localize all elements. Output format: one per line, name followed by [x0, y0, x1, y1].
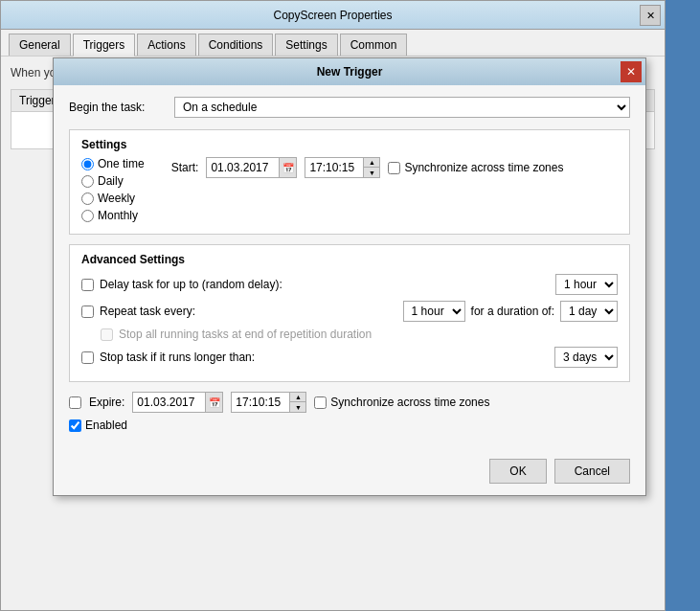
start-date-field[interactable] [207, 159, 279, 176]
sync-timezone-label: Synchronize across time zones [404, 161, 563, 174]
dialog-title-bar: New Trigger ✕ [54, 58, 645, 85]
expire-time-input: ▲ ▼ [231, 392, 306, 413]
expire-time-field[interactable] [232, 394, 289, 411]
enabled-checkbox[interactable] [69, 419, 81, 432]
dialog-title: New Trigger [317, 65, 383, 79]
settings-label: Settings [81, 138, 618, 151]
title-bar: CopyScreen Properties ✕ [1, 1, 665, 30]
repeat-task-checkbox[interactable] [81, 306, 94, 318]
expire-row: Expire: 📅 ▲ ▼ Synchronize across time zo… [69, 392, 630, 413]
advanced-label: Advanced Settings [81, 253, 618, 266]
repeat-task-label: Repeat task every: [100, 305, 195, 318]
sync-timezone-checkbox[interactable] [388, 162, 400, 174]
delay-task-row: Delay task for up to (random delay): 1 h… [81, 274, 618, 295]
settings-right: Start: 📅 ▲ ▼ [171, 157, 606, 222]
radio-monthly-input[interactable] [81, 210, 94, 222]
radio-one-time-label: One time [98, 157, 145, 170]
new-trigger-dialog: New Trigger ✕ Begin the task: On a sched… [53, 57, 646, 496]
for-duration-label: for a duration of: [471, 305, 554, 318]
begin-task-row: Begin the task: On a schedule [69, 97, 630, 118]
expire-calendar-button[interactable]: 📅 [205, 393, 222, 412]
radio-daily: Daily [81, 174, 145, 188]
duration-select[interactable]: 1 day [560, 301, 618, 322]
radio-weekly: Weekly [81, 192, 145, 205]
radio-monthly: Monthly [81, 209, 145, 222]
delay-task-select[interactable]: 1 hour [555, 274, 618, 295]
radio-one-time: One time [81, 157, 145, 170]
sync-checkbox-row: Synchronize across time zones [388, 161, 563, 174]
start-time-up-button[interactable]: ▲ [364, 158, 379, 168]
start-time-down-button[interactable]: ▼ [364, 168, 379, 177]
expire-time-down-button[interactable]: ▼ [290, 402, 305, 412]
tab-common[interactable]: Common [340, 34, 408, 56]
dialog-footer: OK Cancel [54, 453, 645, 495]
stop-running-checkbox[interactable] [101, 328, 113, 341]
start-label: Start: [171, 161, 199, 174]
start-time-input: ▲ ▼ [305, 157, 380, 178]
expire-checkbox[interactable] [69, 396, 81, 409]
start-time-spinner: ▲ ▼ [363, 158, 379, 177]
start-date-input: 📅 [206, 157, 297, 178]
expire-label: Expire: [89, 396, 124, 409]
radio-monthly-label: Monthly [98, 209, 138, 222]
begin-task-select[interactable]: On a schedule [174, 97, 630, 118]
dialog-close-button[interactable]: ✕ [621, 61, 642, 82]
stop-running-label: Stop all running tasks at end of repetit… [119, 328, 372, 341]
expire-sync-checkbox[interactable] [314, 396, 327, 409]
advanced-settings-group: Advanced Settings Delay task for up to (… [69, 244, 630, 382]
stop-longer-label: Stop task if it runs longer than: [100, 351, 255, 364]
tab-actions[interactable]: Actions [137, 34, 195, 56]
radio-one-time-input[interactable] [81, 158, 94, 170]
settings-inner: One time Daily Weekly Monthly [81, 157, 618, 222]
stop-longer-select[interactable]: 3 days [554, 347, 618, 368]
main-window-close-button[interactable]: ✕ [640, 5, 661, 26]
dialog-body: Begin the task: On a schedule Settings O… [54, 85, 645, 453]
radio-daily-input[interactable] [81, 175, 94, 188]
tabs-bar: General Triggers Actions Conditions Sett… [1, 30, 665, 57]
window-title: CopyScreen Properties [273, 9, 392, 22]
cancel-button[interactable]: Cancel [554, 459, 630, 484]
tab-triggers[interactable]: Triggers [73, 34, 136, 57]
radio-weekly-input[interactable] [81, 192, 94, 205]
radio-group: One time Daily Weekly Monthly [81, 157, 145, 222]
expire-date-input: 📅 [132, 392, 223, 413]
delay-task-label: Delay task for up to (random delay): [100, 278, 282, 291]
enabled-row: Enabled [69, 419, 630, 432]
expire-time-spinner: ▲ ▼ [289, 393, 305, 412]
repeat-task-row: Repeat task every: 1 hour for a duration… [81, 301, 618, 322]
tab-conditions[interactable]: Conditions [198, 34, 274, 56]
ok-button[interactable]: OK [489, 459, 546, 484]
stop-longer-checkbox[interactable] [81, 351, 94, 364]
stop-longer-row: Stop task if it runs longer than: 3 days [81, 347, 618, 368]
delay-task-checkbox[interactable] [81, 279, 94, 291]
start-time-field[interactable] [305, 159, 363, 176]
begin-task-label: Begin the task: [69, 101, 174, 114]
start-date-calendar-button[interactable]: 📅 [279, 158, 296, 177]
expire-sync-label: Synchronize across time zones [330, 396, 489, 409]
tab-general[interactable]: General [9, 34, 71, 56]
radio-daily-label: Daily [98, 174, 124, 188]
stop-running-row: Stop all running tasks at end of repetit… [101, 328, 618, 341]
start-row: Start: 📅 ▲ ▼ [171, 157, 606, 178]
settings-group: Settings One time Daily Weekly [69, 129, 630, 235]
expire-sync-row: Synchronize across time zones [314, 396, 489, 409]
tab-settings[interactable]: Settings [275, 34, 337, 56]
repeat-task-select[interactable]: 1 hour [403, 301, 465, 322]
expire-date-field[interactable] [133, 394, 205, 411]
enabled-label: Enabled [85, 419, 127, 432]
radio-weekly-label: Weekly [98, 192, 135, 205]
expire-time-up-button[interactable]: ▲ [290, 393, 305, 402]
